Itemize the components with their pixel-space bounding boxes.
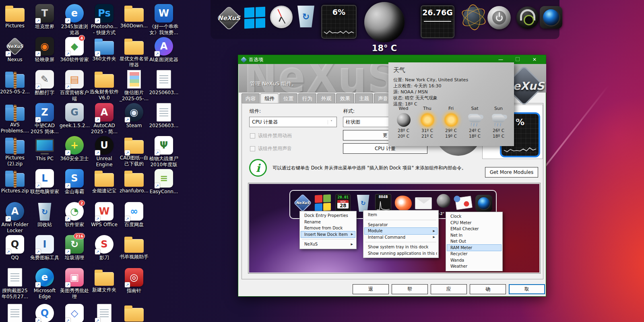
menu-item-item[interactable]: Item <box>365 212 437 218</box>
close-button[interactable]: ✕ <box>529 56 540 64</box>
desktop-icon-free-icon-tool[interactable]: I↗免费图标工具 <box>30 235 60 261</box>
desktop-icon-ai-desktop-browser[interactable]: A↗AI桌面浏览器 <box>149 37 179 63</box>
desktop-icon-yingdao[interactable]: S↗影刀 <box>89 235 119 261</box>
desktop-icon-zwcad[interactable]: Z↗中望CAD 2025 简体... <box>30 103 60 135</box>
dock-item-headphones[interactable] <box>516 6 539 29</box>
desktop-icon-quanneng-notes[interactable]: 全能速记宝 <box>89 169 119 194</box>
menu-item-ram-meter[interactable]: RAM Meter <box>447 245 501 251</box>
module-select[interactable]: CPU 计量器 ˅ <box>249 117 337 127</box>
menu-item-internal-command[interactable]: Internal Command ▶ <box>365 234 437 241</box>
desktop-icon-baidu-netdisk[interactable]: ∞↗百度网盘 <box>119 202 149 228</box>
desktop-icon-anvi-folder-locker[interactable]: A↗Anvi Folder Locker <box>0 202 30 234</box>
dock-item-ram-meter[interactable]: 26.76G <box>421 5 454 38</box>
dock-item-nexus[interactable]: NeXuS <box>217 6 241 30</box>
desktop-icon-360-safe[interactable]: +↗360安全卫士 <box>60 136 89 162</box>
menu-item-cpu-meter[interactable]: CPU Meter <box>447 220 501 226</box>
dock-item-weather-moon[interactable]: 18° C <box>364 2 405 53</box>
desktop-icon-ring-cut[interactable]: Q↗ <box>30 304 60 322</box>
desktop-icon-doc-cut-1[interactable] <box>0 304 30 322</box>
menu-item-clock[interactable]: Clock <box>447 213 501 220</box>
desktop-icon-baidu-marketing[interactable]: ▤↗百度营销客户端 <box>60 70 89 102</box>
desktop-icon-software-manager[interactable]: ◔↗2软件管家 <box>60 202 89 228</box>
desktop-icon-unreal-engine[interactable]: U↗Unreal Engine <box>89 136 119 168</box>
desktop-icon-steam[interactable]: ◉↗Steam <box>119 103 149 129</box>
desktop-icon-kingsoft-antivirus[interactable]: S↗金山毒霸 <box>60 169 89 195</box>
menu-item-show-system-tray-in-this-dock[interactable]: Show system tray in this dock <box>365 244 437 250</box>
desktop-icon-xingyou-renamer[interactable]: 星优文件名管理器 <box>119 37 149 68</box>
desktop-icon-this-pc[interactable]: This PC <box>30 136 60 162</box>
desktop-icon-hex-cut[interactable]: ◇↗ <box>60 304 89 322</box>
desktop-icon-360down[interactable]: 360Down... <box>119 4 149 29</box>
ok-button[interactable]: 确 <box>470 284 506 294</box>
dock-item-cpu-meter[interactable]: 6% <box>321 5 357 39</box>
tab-主题[interactable]: 主题 <box>355 93 373 103</box>
desktop-icon-avs-problems[interactable]: AVS Problems.... <box>0 103 30 134</box>
desktop-icon-cad-drawings[interactable]: ↗CAD图纸--自己下载的 <box>119 136 149 167</box>
desktop-icon-360-software-manager[interactable]: ◆↗4360软件管家 <box>60 37 89 63</box>
disable-sound-checkbox[interactable]: 该组件禁用声音 <box>250 145 292 152</box>
dock-item-camera[interactable] <box>540 6 562 29</box>
desktop-icon-xuntu-finance[interactable]: 迅兔财务软件 V6.0 <box>89 70 119 101</box>
desktop-icon-world-of-tanks[interactable]: T↗坦克世界 <box>30 4 60 30</box>
desktop-icon-doc-20250603-a[interactable]: 20250603... <box>149 70 179 96</box>
menu-item-separator[interactable]: Separator <box>365 222 437 228</box>
desktop-icon-meitu-batch[interactable]: ▣↗美图秀秀批处理 <box>60 268 89 300</box>
desktop-icon-wechat-image[interactable]: 微信图片_2025-05-... <box>119 70 149 102</box>
tab-位置[interactable]: 位置 <box>279 93 297 103</box>
menu-item-rename[interactable]: Rename <box>301 219 355 225</box>
menu-item-show-running-applications-in-this-dock[interactable]: Show running applications in this dock <box>365 250 437 257</box>
dock-item-windows[interactable] <box>244 7 265 28</box>
desktop-icon-booklist-helper[interactable]: 书单视频助手 <box>119 235 149 260</box>
menu-item-nexus[interactable]: NeXuS ▶ <box>301 241 355 248</box>
desktop-icon-qq[interactable]: Q↗QQ <box>0 235 30 261</box>
menu-item-module[interactable]: Module ▶ <box>365 228 437 234</box>
help-button[interactable]: 帮 <box>392 284 428 294</box>
desktop-icon-folder-cut[interactable] <box>119 304 149 322</box>
desktop-icon-zhanfubro[interactable]: zhanfubro... <box>119 169 149 194</box>
menu-item-insert-new-dock-item[interactable]: Insert New Dock Item ▶ <box>301 231 355 238</box>
exit-button[interactable]: 退 <box>353 284 389 294</box>
desktop-icon-zip-2025-05-2[interactable]: 2025-05-2... <box>0 70 30 95</box>
menu-item-wanda[interactable]: Wanda <box>447 257 501 264</box>
desktop-icon-paper-cut[interactable]: ↗ <box>89 304 119 322</box>
menu-item-net-in[interactable]: Net In <box>447 232 501 239</box>
desktop-icon-360-folder[interactable]: ↗360文件夹 <box>89 37 119 62</box>
desktop-icon-doc-20250603-b[interactable]: 20250603... <box>149 103 179 129</box>
dock-item-recycle-bin[interactable]: ↻ <box>297 6 314 27</box>
desktop-icon-compass[interactable]: ◎↗指南针 <box>119 268 149 294</box>
desktop-icon-recycle-bin[interactable]: ↻回收站 <box>30 202 60 228</box>
menu-item-recycler[interactable]: Recycler <box>447 251 501 257</box>
desktop-icon-qingying-recorder[interactable]: ◉↗轻映录屏 <box>30 37 60 63</box>
desktop-icon-easyconn[interactable]: ≡↗EasyConn... <box>149 169 179 195</box>
desktop-icon-lenovo-pc-manager[interactable]: L↗联想电脑管家 <box>30 169 60 195</box>
desktop-icon-new-folder[interactable]: 新建文件夹 <box>89 268 119 293</box>
desktop-icon-pictures[interactable]: Pictures <box>0 4 30 29</box>
get-more-modules-button[interactable]: Get More Modules <box>485 167 538 178</box>
dock-item-clock[interactable] <box>270 6 293 28</box>
tab-效果[interactable]: 效果 <box>336 93 354 103</box>
menu-item-email-checker[interactable]: EMail Checker <box>447 226 501 232</box>
tab-行为[interactable]: 行为 <box>298 93 316 103</box>
menu-item-dock-entry-properties[interactable]: Dock Entry Properties <box>301 213 355 219</box>
desktop-icon-kuku-typing[interactable]: ✎↗酷酷打字 <box>30 70 60 96</box>
disable-animation-checkbox[interactable]: 该组件禁用动画 <box>250 132 292 139</box>
tab-内容[interactable]: 内容 <box>242 93 260 103</box>
desktop-icon-junk-cleaner[interactable]: ↻↗216垃圾清理 <box>60 235 89 261</box>
cancel-button[interactable]: 取 <box>509 284 545 294</box>
desktop-icon-geek-uninstaller[interactable]: Ggeek.1.5.2... <box>60 103 89 129</box>
desktop-icon-microsoft-edge[interactable]: e↗Microsoft Edge <box>30 268 60 300</box>
desktop-icon-autocad[interactable]: A↗AutoCAD 2025 - 简... <box>89 103 119 135</box>
menu-item-weather[interactable]: Weather <box>447 263 501 270</box>
desktop-icon-pvz[interactable]: Ψ↗植物大战僵尸2010年度版 <box>149 136 179 168</box>
desktop-icon-nexus[interactable]: NeXuS↗Nexus <box>0 37 30 63</box>
desktop-icon-photoshop[interactable]: Ps↗Photosho... - 快捷方式 <box>89 4 119 36</box>
dock-item-network-globe[interactable] <box>463 6 485 28</box>
desktop-icon-word-doc[interactable]: W《好一个乖乖女》我煞费... <box>149 4 179 36</box>
menu-item-net-out[interactable]: Net Out <box>447 238 501 245</box>
apply-button[interactable]: 应 <box>431 284 467 294</box>
menu-item-remove-from-dock[interactable]: Remove from Dock <box>301 225 355 231</box>
desktop-icon-browser-2345[interactable]: e↗2345加速浏览器 <box>60 4 89 36</box>
tab-外观[interactable]: 外观 <box>317 93 335 103</box>
desktop-icon-pictures-zip[interactable]: Pictures.zip <box>0 169 30 194</box>
desktop-icon-wps-office[interactable]: W↗WPS Office <box>89 202 119 228</box>
